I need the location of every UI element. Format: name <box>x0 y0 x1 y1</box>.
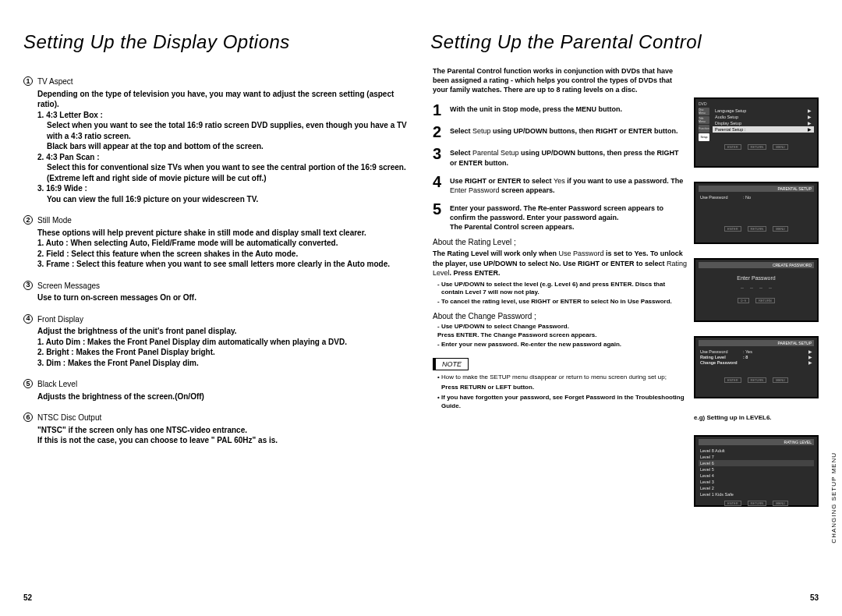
section-head: TV Aspect <box>37 76 73 87</box>
section-body: Depending on the type of television you … <box>37 89 409 110</box>
osd-column: DVD Disc Menu Title Menu Function Setup … <box>694 31 819 507</box>
page-number-left: 52 <box>23 593 32 602</box>
left-page: Setting Up the Display Options 1TV Aspec… <box>23 31 421 507</box>
section-tv-aspect: 1TV Aspect Depending on the type of tele… <box>23 76 409 204</box>
right-page: Setting Up the Parental Control The Pare… <box>429 31 819 507</box>
step-2: 2 Select Setup using UP/DOWN buttons, th… <box>433 124 688 140</box>
intro-text: The Parental Control function works in c… <box>433 66 688 94</box>
osd-setup-menu: DVD Disc Menu Title Menu Function Setup … <box>694 97 819 168</box>
osd-title-menu-icon: Title Menu <box>699 116 709 124</box>
rating-notes: - Use UP/DOWN to select the level (e.g. … <box>433 281 688 306</box>
step-5: 5 Enter your password. The Re-enter Pass… <box>433 201 688 232</box>
step-3: 3 Select Parental Setup using UP/DOWN bu… <box>433 146 688 167</box>
side-tab-label: CHANGING SETUP MENU <box>830 452 837 543</box>
bullet-3: 3 <box>23 281 33 290</box>
section-screen-messages: 3Screen Messages Use to turn on-screen m… <box>23 281 409 303</box>
page-number-right: 53 <box>810 593 819 602</box>
section-ntsc: 6NTSC Disc Output "NTSC" if the screen o… <box>23 412 409 446</box>
osd-parental-yes: PARENTAL SETUP Use Password: Yes▶ Rating… <box>694 336 819 398</box>
example-caption: e.g) Setting up in LEVEL6. <box>694 414 819 421</box>
step-1: 1 With the unit in Stop mode, press the … <box>433 102 688 118</box>
osd-setup-icon: Setup <box>699 133 709 141</box>
note-list: • How to make the SETUP menu disappear o… <box>433 373 688 410</box>
about-rating-head: About the Rating Level ; <box>433 238 688 246</box>
note-box: NOTE <box>433 358 469 370</box>
bullet-4: 4 <box>23 314 33 324</box>
section-black-level: 5Black Level Adjusts the brightness of t… <box>23 379 409 402</box>
osd-disc-menu-icon: Disc Menu <box>699 108 709 115</box>
osd-parental-no: PARENTAL SETUP Use Password: No ENTER RE… <box>694 182 819 244</box>
bullet-6: 6 <box>23 412 33 422</box>
bullet-1: 1 <box>23 76 33 86</box>
bullet-2: 2 <box>23 215 33 225</box>
section-front-display: 4Front Display Adjust the brightness of … <box>23 314 409 369</box>
change-notes: - Use UP/DOWN to select Change Password.… <box>433 323 688 349</box>
right-title: Setting Up the Parental Control <box>430 31 702 53</box>
osd-rating-level: RATING LEVEL Level 8 Adult Level 7 Level… <box>694 435 819 507</box>
right-content: The Parental Control function works in c… <box>433 31 688 507</box>
osd-function-icon: Function <box>699 125 709 133</box>
section-still-mode: 2Still Mode These options will help prev… <box>23 215 409 270</box>
page-spread: Setting Up the Display Options 1TV Aspec… <box>0 0 842 522</box>
left-title: Setting Up the Display Options <box>23 31 409 53</box>
bullet-5: 5 <box>23 379 33 388</box>
about-change-head: About the Change Password ; <box>433 312 688 320</box>
osd-create-password: CREATE PASSWORD Enter Password – – – – 0… <box>694 258 819 322</box>
step-4: 4 Use RIGHT or ENTER to select Yes if yo… <box>433 174 688 195</box>
